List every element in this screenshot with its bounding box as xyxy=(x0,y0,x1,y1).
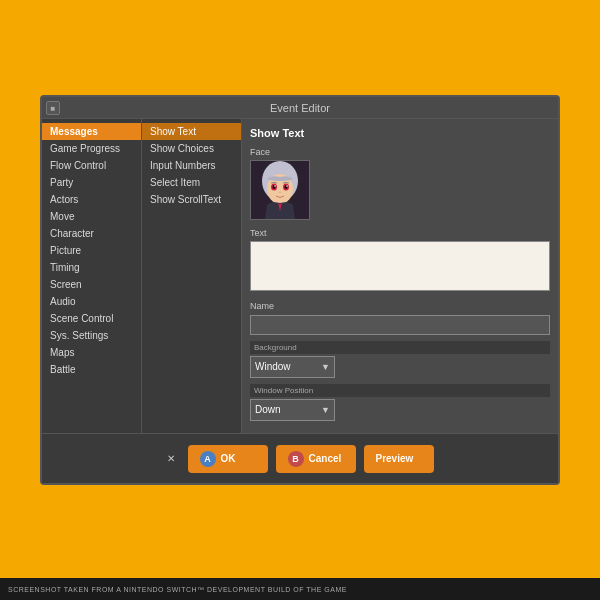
background-label: Background xyxy=(250,341,550,354)
sidebar-item-sys-settings[interactable]: Sys. Settings xyxy=(42,327,141,344)
window-position-label: Window Position xyxy=(250,384,550,397)
background-value: Window xyxy=(255,361,291,372)
middle-item-input-numbers[interactable]: Input Numbers xyxy=(142,157,241,174)
sidebar-item-move[interactable]: Move xyxy=(42,208,141,225)
sidebar-item-maps[interactable]: Maps xyxy=(42,344,141,361)
middle-item-select-item[interactable]: Select Item xyxy=(142,174,241,191)
middle-item-show-scroll-text[interactable]: Show ScrollText xyxy=(142,191,241,208)
sidebar-item-character[interactable]: Character xyxy=(42,225,141,242)
sidebar-item-game-progress[interactable]: Game Progress xyxy=(42,140,141,157)
ok-button[interactable]: A OK xyxy=(188,445,268,473)
sidebar-item-audio[interactable]: Audio xyxy=(42,293,141,310)
a-circle-icon: A xyxy=(200,451,216,467)
window-title: Event Editor xyxy=(270,102,330,114)
preview-button[interactable]: Preview xyxy=(364,445,434,473)
sidebar: Messages Game Progress Flow Control Part… xyxy=(42,119,142,433)
svg-point-7 xyxy=(274,185,276,187)
window-position-select[interactable]: Down ▼ xyxy=(250,399,335,421)
sidebar-item-flow-control[interactable]: Flow Control xyxy=(42,157,141,174)
sidebar-item-messages[interactable]: Messages xyxy=(42,123,141,140)
middle-panel: Show Text Show Choices Input Numbers Sel… xyxy=(142,119,242,433)
text-input[interactable] xyxy=(250,241,550,291)
background-chevron-icon: ▼ xyxy=(321,362,330,372)
sidebar-item-battle[interactable]: Battle xyxy=(42,361,141,378)
b-circle-icon: B xyxy=(288,451,304,467)
sidebar-item-screen[interactable]: Screen xyxy=(42,276,141,293)
action-bar: ✕ A OK B Cancel Preview xyxy=(42,433,558,483)
text-label: Text xyxy=(250,228,550,238)
title-bar: Event Editor xyxy=(42,97,558,119)
editor-window: ■ Event Editor Messages Game Progress Fl… xyxy=(40,95,560,485)
sidebar-item-actors[interactable]: Actors xyxy=(42,191,141,208)
window-icon[interactable]: ■ xyxy=(46,101,60,115)
middle-item-show-text[interactable]: Show Text xyxy=(142,123,241,140)
face-image[interactable] xyxy=(250,160,310,220)
sidebar-item-scene-control[interactable]: Scene Control xyxy=(42,310,141,327)
background-select[interactable]: Window ▼ xyxy=(250,356,335,378)
right-panel-title: Show Text xyxy=(250,127,550,139)
bottom-bar: SCREENSHOT TAKEN FROM A NINTENDO SWITCH™… xyxy=(0,578,600,600)
middle-item-show-choices[interactable]: Show Choices xyxy=(142,140,241,157)
bottom-bar-text: SCREENSHOT TAKEN FROM A NINTENDO SWITCH™… xyxy=(8,586,347,593)
screenshot-container: ■ Event Editor Messages Game Progress Fl… xyxy=(0,0,600,600)
window-position-value: Down xyxy=(255,404,281,415)
sidebar-item-timing[interactable]: Timing xyxy=(42,259,141,276)
name-input[interactable] xyxy=(250,315,550,335)
editor-body: Messages Game Progress Flow Control Part… xyxy=(42,119,558,433)
cancel-button[interactable]: B Cancel xyxy=(276,445,356,473)
sidebar-item-picture[interactable]: Picture xyxy=(42,242,141,259)
face-label: Face xyxy=(250,147,550,157)
window-position-chevron-icon: ▼ xyxy=(321,405,330,415)
svg-point-8 xyxy=(286,185,288,187)
x-indicator: ✕ xyxy=(167,453,175,464)
name-label: Name xyxy=(250,301,550,311)
sidebar-item-party[interactable]: Party xyxy=(42,174,141,191)
right-panel: Show Text Face xyxy=(242,119,558,433)
